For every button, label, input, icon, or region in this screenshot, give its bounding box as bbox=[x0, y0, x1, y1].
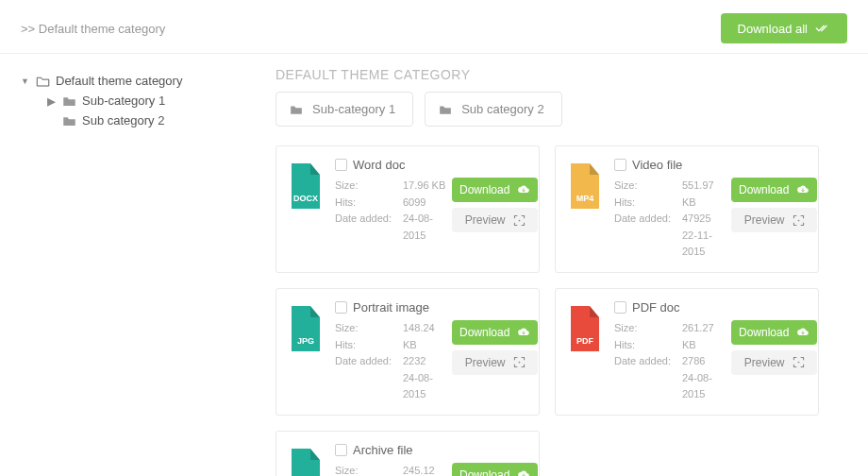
preview-button[interactable]: Preview bbox=[731, 350, 817, 375]
download-label: Download bbox=[739, 183, 789, 196]
check-all-icon bbox=[815, 21, 830, 36]
file-checkbox[interactable] bbox=[614, 159, 626, 171]
download-all-button[interactable]: Download all bbox=[721, 13, 847, 43]
file-meta-values: 148.24 KB223224-08-2015 bbox=[403, 320, 446, 403]
folder-icon bbox=[62, 114, 76, 128]
folder-icon bbox=[439, 103, 452, 116]
tree-child-item[interactable]: ▸ Sub category 2 bbox=[21, 110, 275, 130]
subcategory-button[interactable]: Sub category 2 bbox=[425, 92, 561, 127]
category-tree: ▼ Default theme category ▸ Sub-category … bbox=[21, 67, 275, 476]
svg-point-7 bbox=[797, 362, 799, 364]
download-button[interactable]: Download bbox=[452, 463, 538, 476]
file-type-icon: JPG bbox=[288, 306, 324, 351]
file-actions: Download Preview bbox=[731, 178, 817, 261]
preview-icon bbox=[793, 356, 805, 368]
preview-button[interactable]: Preview bbox=[452, 350, 538, 375]
file-icon-wrap: PDF bbox=[567, 300, 605, 403]
svg-text:PDF: PDF bbox=[576, 336, 594, 346]
file-title: Portrait image bbox=[353, 300, 429, 314]
preview-label: Preview bbox=[465, 356, 506, 369]
file-checkbox[interactable] bbox=[335, 444, 347, 456]
preview-label: Preview bbox=[744, 213, 785, 227]
file-actions: Download Preview bbox=[452, 320, 538, 403]
file-checkbox[interactable] bbox=[335, 159, 347, 171]
breadcrumb-prefix: >> bbox=[21, 22, 35, 36]
file-meta-values: 551.97 KB4792522-11-2015 bbox=[682, 178, 726, 261]
download-label: Download bbox=[459, 468, 509, 476]
file-icon-wrap: MP4 bbox=[567, 158, 605, 261]
cloud-download-icon bbox=[796, 184, 810, 196]
cloud-download-icon bbox=[517, 184, 530, 196]
preview-label: Preview bbox=[744, 356, 785, 369]
preview-button[interactable]: Preview bbox=[731, 208, 817, 232]
file-body: Word doc Size:Hits:Date added: 17.96 KB6… bbox=[335, 158, 538, 261]
download-button[interactable]: Download bbox=[731, 320, 817, 345]
file-meta-values: 245.12 KB52124-08-2015 bbox=[403, 463, 446, 476]
tree-child-item[interactable]: ▸ Sub-category 1 bbox=[21, 91, 275, 110]
file-type-icon: MP4 bbox=[567, 163, 603, 209]
file-type-icon: DOCX bbox=[288, 163, 324, 209]
file-card: DOCX Word doc Size:Hits:Date added: 17.9… bbox=[275, 145, 540, 273]
content-title: DEFAULT THEME CATEGORY bbox=[275, 67, 847, 82]
svg-text:MP4: MP4 bbox=[576, 194, 594, 203]
file-actions: Download Preview bbox=[731, 320, 817, 403]
file-body: PDF doc Size:Hits:Date added: 261.27 KB2… bbox=[614, 300, 817, 403]
folder-outline-icon bbox=[36, 75, 50, 88]
file-type-icon: ZIP bbox=[288, 449, 324, 476]
preview-icon bbox=[513, 356, 526, 368]
content-area: DEFAULT THEME CATEGORY Sub-category 1 Su… bbox=[275, 67, 847, 476]
file-body: Video file Size:Hits:Date added: 551.97 … bbox=[614, 158, 817, 261]
download-label: Download bbox=[459, 183, 509, 196]
download-button[interactable]: Download bbox=[452, 178, 538, 202]
file-meta-values: 17.96 KB609924-08-2015 bbox=[403, 178, 446, 244]
subcategory-buttons: Sub-category 1 Sub category 2 bbox=[275, 92, 847, 127]
preview-button[interactable]: Preview bbox=[452, 208, 538, 232]
preview-label: Preview bbox=[465, 213, 506, 227]
caret-down-icon: ▼ bbox=[21, 76, 30, 86]
download-label: Download bbox=[459, 326, 509, 339]
file-meta-labels: Size:Hits:Date added: bbox=[614, 178, 676, 261]
download-all-label: Download all bbox=[738, 22, 808, 36]
file-checkbox[interactable] bbox=[614, 301, 626, 314]
cloud-download-icon bbox=[517, 469, 530, 476]
download-label: Download bbox=[739, 326, 789, 339]
file-actions: Download bbox=[452, 463, 538, 476]
file-meta-labels: Size:Hits:Date added: bbox=[335, 320, 397, 403]
tree-child-label: Sub category 2 bbox=[82, 113, 164, 128]
svg-point-3 bbox=[797, 219, 799, 221]
cloud-download-icon bbox=[796, 327, 810, 338]
file-body: Archive file Size:Hits:Date added: 245.1… bbox=[335, 443, 538, 476]
tree-root-label: Default theme category bbox=[56, 74, 182, 88]
download-button[interactable]: Download bbox=[452, 320, 538, 345]
file-card: PDF PDF doc Size:Hits:Date added: 261.27… bbox=[555, 288, 819, 416]
subcategory-label: Sub-category 1 bbox=[312, 102, 395, 116]
file-title: Word doc bbox=[353, 158, 405, 172]
file-title: PDF doc bbox=[632, 300, 680, 314]
download-button[interactable]: Download bbox=[731, 178, 817, 202]
file-icon-wrap: ZIP bbox=[288, 443, 326, 476]
page-header: >> Default theme category Download all bbox=[0, 0, 868, 54]
file-meta-values: 261.27 KB278624-08-2015 bbox=[682, 320, 726, 403]
file-body: Portrait image Size:Hits:Date added: 148… bbox=[335, 300, 538, 403]
svg-point-5 bbox=[518, 362, 520, 364]
file-checkbox[interactable] bbox=[335, 301, 347, 314]
tree-root-item[interactable]: ▼ Default theme category bbox=[21, 71, 275, 91]
file-card: JPG Portrait image Size:Hits:Date added:… bbox=[275, 288, 540, 416]
svg-text:DOCX: DOCX bbox=[293, 194, 318, 203]
file-type-icon: PDF bbox=[567, 306, 603, 351]
file-title: Archive file bbox=[353, 443, 413, 457]
svg-text:JPG: JPG bbox=[297, 336, 314, 346]
file-title: Video file bbox=[632, 158, 682, 172]
preview-icon bbox=[793, 214, 805, 227]
file-meta-labels: Size:Hits:Date added: bbox=[335, 463, 397, 476]
folder-icon bbox=[62, 94, 76, 108]
file-meta-labels: Size:Hits:Date added: bbox=[335, 178, 397, 244]
subcategory-button[interactable]: Sub-category 1 bbox=[275, 92, 413, 127]
file-card: MP4 Video file Size:Hits:Date added: 551… bbox=[555, 145, 819, 273]
file-card: ZIP Archive file Size:Hits:Date added: 2… bbox=[275, 431, 540, 476]
subcategory-label: Sub category 2 bbox=[461, 102, 543, 116]
files-grid: DOCX Word doc Size:Hits:Date added: 17.9… bbox=[275, 145, 847, 476]
preview-icon bbox=[513, 214, 526, 227]
breadcrumb: >> Default theme category bbox=[21, 22, 165, 36]
file-icon-wrap: DOCX bbox=[288, 158, 326, 261]
